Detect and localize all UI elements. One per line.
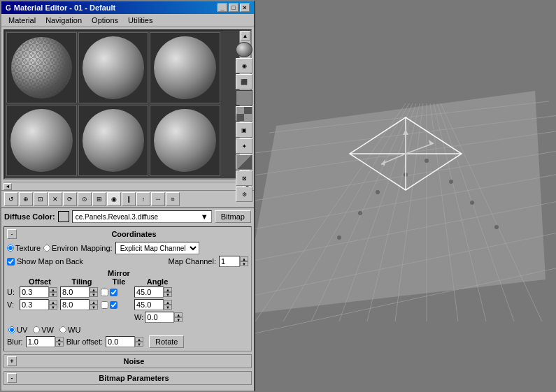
- blur-input[interactable]: [26, 336, 55, 347]
- tool-material-id[interactable]: ⊞: [92, 192, 106, 206]
- tile-v-checkbox[interactable]: [110, 301, 117, 309]
- tool-make-unique[interactable]: ⟳: [63, 192, 77, 206]
- environ-radio-label[interactable]: Environ: [43, 244, 78, 252]
- menu-utilities[interactable]: Utilities: [124, 15, 157, 25]
- offset-v-input[interactable]: [20, 299, 49, 310]
- texture-radio-label[interactable]: Texture: [7, 244, 41, 252]
- preview-cell-1[interactable]: [6, 32, 77, 103]
- menu-navigation[interactable]: Navigation: [41, 15, 86, 25]
- tool-show-map[interactable]: ◉: [107, 192, 121, 206]
- map-channel-up[interactable]: ▲: [240, 256, 248, 261]
- uv-radio[interactable]: [8, 326, 15, 333]
- mirror-v-checkbox[interactable]: [101, 301, 108, 309]
- vw-radio[interactable]: [33, 326, 40, 333]
- angle-w-input[interactable]: [145, 312, 174, 323]
- tiling-v-up[interactable]: ▲: [90, 300, 98, 305]
- scroll-left-arrow[interactable]: ◄: [3, 183, 12, 190]
- tool-put-assign[interactable]: ⊡: [34, 192, 48, 206]
- menu-bar: Material Navigation Options Utilities: [1, 14, 254, 27]
- tool-video[interactable]: ▣: [236, 122, 252, 138]
- angle-v-up[interactable]: ▲: [164, 300, 172, 305]
- tiling-v-input[interactable]: [60, 299, 90, 310]
- offset-v-down[interactable]: ▼: [49, 305, 57, 310]
- offset-u-input[interactable]: [20, 286, 49, 298]
- bitmap-button[interactable]: Bitmap: [215, 210, 251, 223]
- angle-v-down[interactable]: ▼: [164, 305, 172, 310]
- offset-u-down[interactable]: ▼: [49, 292, 57, 297]
- minimize-button[interactable]: _: [218, 3, 227, 12]
- preview-cell-4[interactable]: [6, 105, 77, 176]
- menu-options[interactable]: Options: [87, 15, 122, 25]
- tile-u-checkbox[interactable]: [110, 289, 117, 296]
- blur-down[interactable]: ▼: [55, 342, 64, 347]
- preview-cell-2[interactable]: [78, 32, 149, 103]
- offset-v-up[interactable]: ▲: [49, 300, 57, 305]
- wu-radio-label[interactable]: WU: [59, 326, 80, 334]
- map-channel-down[interactable]: ▼: [240, 261, 248, 266]
- blur-offset-up[interactable]: ▲: [135, 337, 143, 342]
- bitmap-params-title: Bitmap Parameters: [20, 374, 248, 382]
- wu-radio[interactable]: [59, 326, 66, 333]
- show-map-checkbox[interactable]: [7, 258, 15, 266]
- tool-put-lib[interactable]: ⊙: [78, 192, 92, 206]
- rotate-button[interactable]: Rotate: [149, 335, 184, 348]
- blur-offset-down[interactable]: ▼: [135, 342, 143, 347]
- viewport[interactable]: [255, 0, 556, 392]
- angle-u-input[interactable]: [134, 286, 164, 298]
- tool-sample-uv[interactable]: ⊠: [236, 170, 252, 186]
- coordinates-collapse-btn[interactable]: -: [7, 229, 17, 239]
- map-channel-spinner: ▲ ▼: [219, 256, 248, 267]
- offset-u-up[interactable]: ▲: [49, 287, 57, 292]
- tool-material-nav[interactable]: ≡: [166, 192, 180, 206]
- noise-title: Noise: [20, 357, 248, 365]
- scroll-up-arrow[interactable]: ▲: [241, 31, 250, 41]
- uv-radio-label[interactable]: UV: [8, 326, 27, 334]
- angle-w-up[interactable]: ▲: [174, 312, 183, 317]
- tiling-v-down[interactable]: ▼: [90, 305, 98, 310]
- blur-offset-input[interactable]: [106, 336, 135, 347]
- angle-w-down[interactable]: ▼: [174, 317, 183, 322]
- blur-up[interactable]: ▲: [55, 337, 64, 342]
- map-channel-input[interactable]: [219, 256, 240, 267]
- show-map-checkbox-label[interactable]: Show Map on Back: [7, 257, 83, 266]
- tiling-u-down[interactable]: ▼: [90, 292, 98, 297]
- texture-radio[interactable]: [7, 245, 14, 252]
- mapping-select[interactable]: Explicit Map Channel: [115, 242, 199, 254]
- angle-v-input[interactable]: [134, 299, 164, 310]
- tiling-u-input[interactable]: [60, 286, 90, 298]
- bitmap-params-header[interactable]: - Bitmap Parameters: [4, 372, 251, 384]
- tool-flat-type[interactable]: [236, 90, 252, 106]
- noise-expand-btn[interactable]: +: [7, 356, 17, 366]
- noise-section-header[interactable]: + Noise: [4, 355, 251, 368]
- environ-radio[interactable]: [43, 245, 50, 252]
- tool-cylinder-type[interactable]: ◉: [236, 58, 252, 73]
- tool-get-material[interactable]: ↺: [4, 192, 18, 206]
- menu-material[interactable]: Material: [4, 15, 40, 25]
- diffuse-color-swatch[interactable]: [58, 211, 69, 222]
- tool-show-end[interactable]: ‖: [122, 192, 136, 206]
- bitmap-params-collapse-btn[interactable]: -: [7, 373, 17, 383]
- angle-u-up[interactable]: ▲: [164, 287, 172, 292]
- tool-background[interactable]: [236, 154, 252, 170]
- preview-cell-3[interactable]: [150, 32, 220, 103]
- map-channel-spinbtns: ▲ ▼: [240, 256, 248, 266]
- mirror-u-checkbox[interactable]: [101, 289, 108, 296]
- vw-radio-label[interactable]: VW: [33, 326, 54, 334]
- tool-checkered[interactable]: [236, 106, 252, 122]
- tool-light[interactable]: ✦: [236, 138, 252, 154]
- tool-forward[interactable]: ↔: [151, 192, 165, 206]
- maximize-button[interactable]: □: [229, 3, 238, 12]
- tool-sphere-type[interactable]: [236, 42, 252, 57]
- tool-go-parent[interactable]: ↑: [136, 192, 150, 206]
- tool-options[interactable]: ⚙: [236, 187, 252, 202]
- w-angle-row: W: ▲▼: [6, 312, 250, 323]
- tool-reset[interactable]: ✕: [48, 192, 62, 206]
- angle-u-down[interactable]: ▼: [164, 292, 172, 297]
- map-name-dropdown[interactable]: ce.Panels.Reveal.3.diffuse ▼: [72, 210, 212, 223]
- tiling-u-up[interactable]: ▲: [90, 287, 98, 292]
- preview-cell-5[interactable]: [78, 105, 149, 176]
- tool-box-type[interactable]: ⬛: [236, 74, 252, 89]
- tool-put-to-scene[interactable]: ⊕: [19, 192, 33, 206]
- preview-cell-6[interactable]: [150, 105, 220, 176]
- close-button[interactable]: ×: [240, 3, 250, 12]
